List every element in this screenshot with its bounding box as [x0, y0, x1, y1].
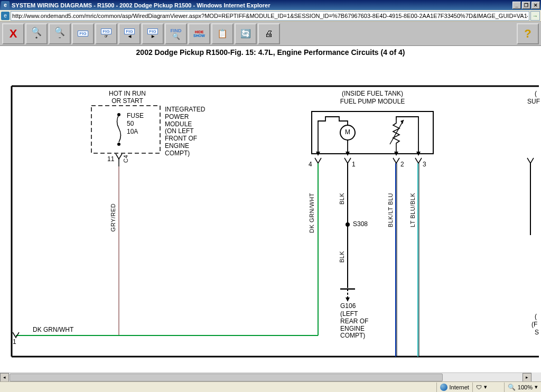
wire-dkgrnwht-bottom: DK GRN/WHT — [33, 326, 73, 334]
fig-select-button[interactable]: FIG☞ — [95, 23, 117, 44]
internet-zone-icon — [440, 384, 447, 391]
fuse-label: FUSE — [127, 113, 144, 120]
window-title: SYSTEM WIRING DIAGRAMS - R1500 - 2002 Do… — [12, 2, 512, 8]
fuse-amp: 10A — [127, 128, 138, 136]
cut-label-g2: (F — [531, 321, 537, 329]
wire-blk-ltblu: BLK/LT BLU — [387, 193, 394, 227]
shield-icon: 🛡 — [476, 384, 482, 390]
bottom-pin-1: 1 — [13, 339, 16, 346]
zoom-in-button[interactable]: 🔍+ — [25, 23, 48, 44]
print-button[interactable]: 🖨 — [258, 23, 280, 44]
svg-rect-6 — [312, 111, 433, 154]
ie-icon: e — [1, 1, 10, 10]
fuse-number: 50 — [127, 120, 134, 128]
ipm-conn-c4: C4 — [123, 155, 129, 163]
fuel-pin-2: 2 — [400, 161, 404, 169]
ground-location: (LEFT REAR OF ENGINE COMPT) — [340, 311, 368, 340]
cut-label-sur: SUF — [527, 98, 540, 106]
svg-marker-11 — [400, 120, 404, 124]
status-bar: Internet 🛡▾ 🔍 100% ▾ — [0, 381, 541, 392]
zoom-value: 100% — [518, 384, 533, 390]
cut-label-g3: S — [535, 329, 539, 337]
fuel-pin-3: 3 — [423, 161, 426, 169]
fuel-header-2: FUEL PUMP MODULE — [312, 98, 433, 106]
cut-label-g1: ( — [535, 313, 537, 321]
address-input[interactable] — [11, 11, 529, 21]
cut-label-top-paren: ( — [535, 90, 537, 98]
motor-label: M — [345, 129, 350, 136]
copy-button[interactable]: 📋 — [211, 23, 234, 44]
help-button[interactable]: ? — [517, 23, 539, 44]
diagram-title: 2002 Dodge Pickup R1500-Fig. 15: 4.7L, E… — [0, 46, 541, 61]
minimize-button[interactable]: _ — [512, 2, 521, 9]
go-button[interactable]: → — [530, 11, 540, 21]
fuel-header-1: (INSIDE FUEL TANK) — [312, 90, 433, 98]
wire-ltblu-blk: LT BLU/BLK — [409, 193, 416, 227]
hide-show-button[interactable]: HIDESHOW — [188, 23, 210, 44]
zoom-out-button[interactable]: 🔍− — [49, 23, 71, 44]
scrollbar-corner — [531, 372, 541, 381]
diagram-viewport[interactable]: HOT IN RUN OR START FUSE 50 10A INTEGRAT… — [0, 61, 541, 378]
close-diagram-button[interactable]: X — [2, 23, 24, 44]
security-zone-pane: Internet — [436, 382, 472, 392]
splice-s308: S308 — [353, 221, 368, 228]
fig-next-button[interactable]: FIG▶ — [142, 23, 164, 44]
window-titlebar: e SYSTEM WIRING DIAGRAMS - R1500 - 2002 … — [0, 0, 541, 10]
diagram-svg — [0, 61, 541, 378]
refresh-button[interactable]: 🔄 — [235, 23, 257, 44]
page-icon: e — [1, 12, 10, 20]
svg-marker-20 — [346, 297, 350, 302]
scroll-left-arrow[interactable]: ◂ — [0, 373, 9, 382]
protected-mode-pane[interactable]: 🛡▾ — [472, 382, 504, 392]
svg-rect-0 — [91, 106, 160, 153]
ground-g106: G106 — [340, 303, 356, 310]
address-bar: e → — [0, 10, 541, 22]
zoom-pane[interactable]: 🔍 100% ▾ — [504, 382, 541, 392]
wire-blk-bot: BLK — [339, 251, 346, 263]
scroll-thumb[interactable] — [10, 374, 443, 381]
horizontal-scrollbar[interactable]: ◂ ▸ — [0, 372, 531, 381]
hot-in-run-label: HOT IN RUN OR START — [93, 90, 162, 105]
content-area: 2002 Dodge Pickup R1500-Fig. 15: 4.7L, E… — [0, 46, 541, 378]
wiring-diagram: HOT IN RUN OR START FUSE 50 10A INTEGRAT… — [0, 61, 541, 378]
close-button[interactable]: ✕ — [531, 2, 540, 9]
fig-prev-button[interactable]: FIG◀ — [118, 23, 141, 44]
wire-blk-top: BLK — [339, 193, 346, 204]
wire-gry-red: GRY/RED — [110, 203, 117, 231]
fuel-pin-1: 1 — [352, 161, 356, 169]
maximize-button[interactable]: ❐ — [522, 2, 530, 9]
fig-nav-button[interactable]: FIG — [72, 23, 94, 44]
zoom-dropdown-icon[interactable]: ▾ — [535, 384, 538, 390]
app-toolbar: X 🔍+ 🔍− FIG FIG☞ FIG◀ FIG▶ FIND🔍 HIDESHO… — [0, 22, 541, 46]
ipm-label: INTEGRATED POWER MODULE (ON LEFT FRONT O… — [165, 106, 205, 157]
scroll-right-arrow[interactable]: ▸ — [523, 373, 531, 382]
svg-point-2 — [117, 143, 120, 146]
zoom-icon: 🔍 — [508, 384, 516, 391]
ipm-pin-11: 11 — [107, 156, 114, 163]
svg-line-10 — [390, 120, 404, 144]
fuel-pin-4: 4 — [309, 161, 312, 169]
find-button[interactable]: FIND🔍 — [165, 23, 187, 44]
wire-dkgrnwht: DK GRN/WHT — [309, 193, 315, 233]
zone-label: Internet — [450, 384, 469, 390]
